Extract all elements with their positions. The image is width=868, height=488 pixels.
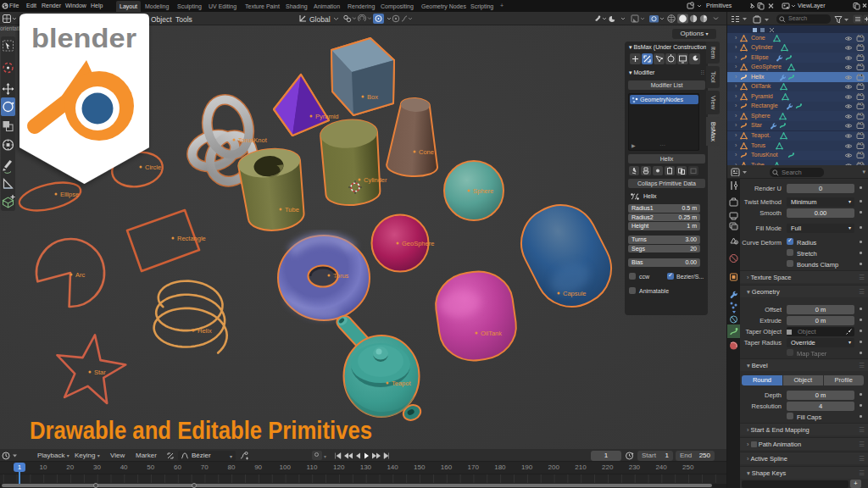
svg-text:OilTank: OilTank bbox=[481, 330, 502, 337]
svg-text:Teapot: Teapot bbox=[392, 380, 411, 387]
svg-text:Cone: Cone bbox=[419, 148, 434, 156]
svg-text:Sphere: Sphere bbox=[473, 187, 493, 195]
svg-text:Cylinder: Cylinder bbox=[364, 176, 387, 184]
svg-text:Capsule: Capsule bbox=[563, 290, 587, 297]
svg-text:Pyramid: Pyramid bbox=[315, 113, 339, 120]
svg-text:Star: Star bbox=[94, 369, 106, 376]
svg-text:TorusKnot: TorusKnot bbox=[238, 136, 268, 144]
svg-text:Arc: Arc bbox=[75, 271, 86, 279]
svg-text:Torus: Torus bbox=[333, 272, 349, 280]
svg-text:blender: blender bbox=[31, 23, 136, 53]
svg-text:Drawable and Editable Primitiv: Drawable and Editable Primitives bbox=[30, 416, 372, 444]
svg-text:GeoSphere: GeoSphere bbox=[402, 240, 434, 247]
svg-text:Helix: Helix bbox=[198, 327, 212, 335]
svg-text:Box: Box bbox=[367, 93, 378, 101]
svg-text:Rectangle: Rectangle bbox=[177, 235, 206, 242]
svg-text:Tube: Tube bbox=[285, 206, 299, 214]
